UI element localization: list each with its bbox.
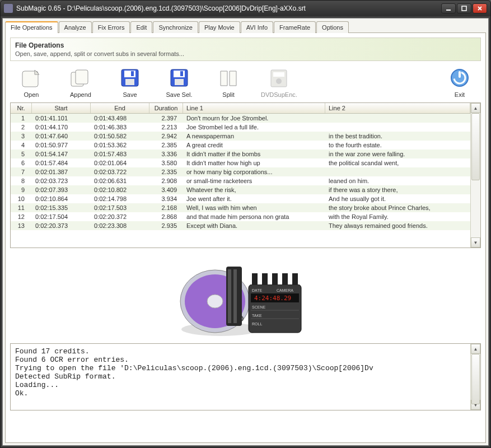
tab-framerate[interactable]: FrameRate [274,21,316,33]
svg-rect-11 [273,72,284,77]
svg-marker-26 [252,273,258,284]
tab-file-operations[interactable]: File Operations [5,21,58,33]
cell-nr: 11 [11,203,32,212]
svg-text:4:24:48.29: 4:24:48.29 [254,295,291,302]
log-text[interactable]: Found 17 credits. Found 6 OCR error entr… [11,344,470,410]
cell-duration: 2.942 [149,132,183,141]
split-button[interactable]: Split [212,67,245,98]
col-line1[interactable]: Line 1 [183,103,325,113]
col-line2[interactable]: Line 2 [325,103,470,113]
cell-duration: 2.385 [149,141,183,150]
cell-line2: if there was a story there, [325,185,470,194]
scroll-up-button[interactable]: ▲ [471,103,480,113]
cell-line1: Except with Diana. [183,221,325,230]
table-row[interactable]: 120:02:17.5040:02:20.3722.868and that ma… [11,212,470,221]
save-icon [119,67,141,89]
tab-analyze[interactable]: Analyze [59,21,92,33]
cell-line1: A newspaperman [183,132,325,141]
tab-avi-info[interactable]: AVI Info [241,21,273,33]
table-row[interactable]: 30:01:47.6400:01:50.5822.942A newspaperm… [11,132,470,141]
col-duration[interactable]: Duration [149,103,183,113]
table-row[interactable]: 100:02:10.8640:02:14.7983.934Joe went af… [11,194,470,203]
close-button[interactable] [473,3,487,13]
cell-end: 0:02:01.064 [91,158,149,167]
cell-duration: 2.213 [149,123,183,132]
svg-text:TAKE: TAKE [252,314,262,318]
log-scrollbar[interactable]: ▲ ▼ [470,344,480,410]
col-end[interactable]: End [91,103,149,113]
svg-rect-4 [125,79,134,85]
window-controls [441,3,487,13]
save-sel-label: Save Sel. [166,91,192,98]
cell-duration: 2.397 [149,114,183,123]
cell-line1: Joe went after it. [183,194,325,203]
grid-scrollbar[interactable]: ▲ ▼ [470,103,480,248]
table-row[interactable]: 60:01:57.4840:02:01.0643.580It didn't ma… [11,158,470,167]
cell-end: 0:01:46.383 [91,123,149,132]
cell-nr: 12 [11,212,32,221]
svg-marker-27 [262,273,268,284]
scroll-thumb[interactable] [471,113,480,180]
cell-start: 0:01:41.101 [32,114,91,123]
dvdsupenc-label: DVDSupEnc. [261,91,297,98]
cell-start: 0:01:44.170 [32,123,91,132]
scroll-track[interactable] [471,113,480,237]
svg-rect-8 [175,79,184,85]
maximize-button[interactable] [457,3,471,13]
grid-body[interactable]: 10:01:41.1010:01:43.4982.397Don't mourn … [11,114,470,245]
save-sel-button[interactable]: Save Sel. [162,67,196,98]
scroll-track[interactable] [471,354,480,400]
tab-edit[interactable]: Edit [130,21,152,33]
cell-line1: Well, I was with him when [183,203,325,212]
tab-play-movie[interactable]: Play Movie [199,21,240,33]
app-window: SubMagic 0.65 - D:\Peliculas\scoop.(2006… [0,0,491,448]
col-start[interactable]: Start [32,103,91,113]
scroll-down-button[interactable]: ▼ [471,237,480,248]
close-icon [477,6,483,11]
scroll-up-button[interactable]: ▲ [471,344,480,354]
cell-line1: or small-time racketeers [183,176,325,185]
cell-duration: 3.336 [149,150,183,158]
table-row[interactable]: 40:01:50.9770:01:53.3622.385A great cred… [11,141,470,150]
cell-line2: with the Royal Family. [325,212,470,221]
svg-text:DATE: DATE [252,288,262,292]
cell-line1: or how many big corporations... [183,167,325,176]
save-button[interactable]: Save [113,67,147,98]
log-panel: Found 17 credits. Found 6 OCR error entr… [10,343,481,410]
cell-line2: in the war zone were falling. [325,150,470,158]
minimize-button[interactable] [441,3,456,13]
cell-line2: to the fourth estate. [325,141,470,150]
svg-text:SCENE: SCENE [252,305,265,309]
titlebar[interactable]: SubMagic 0.65 - D:\Peliculas\scoop.(2006… [1,1,490,16]
dvdsupenc-icon [268,67,290,89]
tab-options[interactable]: Options [316,21,349,33]
table-row[interactable]: 90:02:07.3930:02:10.8023.409Whatever the… [11,185,470,194]
cell-start: 0:02:15.335 [32,203,91,212]
cell-line2 [325,114,470,123]
append-button[interactable]: Append [64,67,97,98]
exit-button[interactable]: Exit [443,67,476,98]
svg-marker-28 [272,273,278,284]
save-sel-icon [168,67,190,89]
open-label: Open [24,91,39,98]
scroll-thumb[interactable] [471,354,480,404]
table-row[interactable]: 50:01:54.1470:01:57.4833.336It didn't ma… [11,150,470,158]
table-row[interactable]: 130:02:20.3730:02:23.3082.935Except with… [11,221,470,230]
append-icon [69,67,92,89]
open-button[interactable]: Open [15,67,48,98]
table-row[interactable]: 20:01:44.1700:01:46.3832.213Joe Strombel… [11,123,470,132]
table-row[interactable]: 70:02:01.3870:02:03.7222.335or how many … [11,167,470,176]
cell-nr: 9 [11,185,32,194]
cell-start: 0:02:07.393 [32,185,91,194]
svg-point-12 [276,78,282,84]
section-title: File Operations [15,41,476,49]
col-nr[interactable]: Nr. [11,103,32,113]
table-row[interactable]: 80:02:03.7230:02:06.6312.908or small-tim… [11,176,470,185]
tab-fix-errors[interactable]: Fix Errors [92,21,130,33]
tab-strip: File Operations Analyze Fix Errors Edit … [5,21,486,33]
cell-duration: 2.868 [149,212,183,221]
table-row[interactable]: 10:01:41.1010:01:43.4982.397Don't mourn … [11,114,470,123]
cell-line2 [325,167,470,176]
tab-synchronize[interactable]: Synchronize [153,21,198,33]
table-row[interactable]: 110:02:15.3350:02:17.5032.168Well, I was… [11,203,470,212]
